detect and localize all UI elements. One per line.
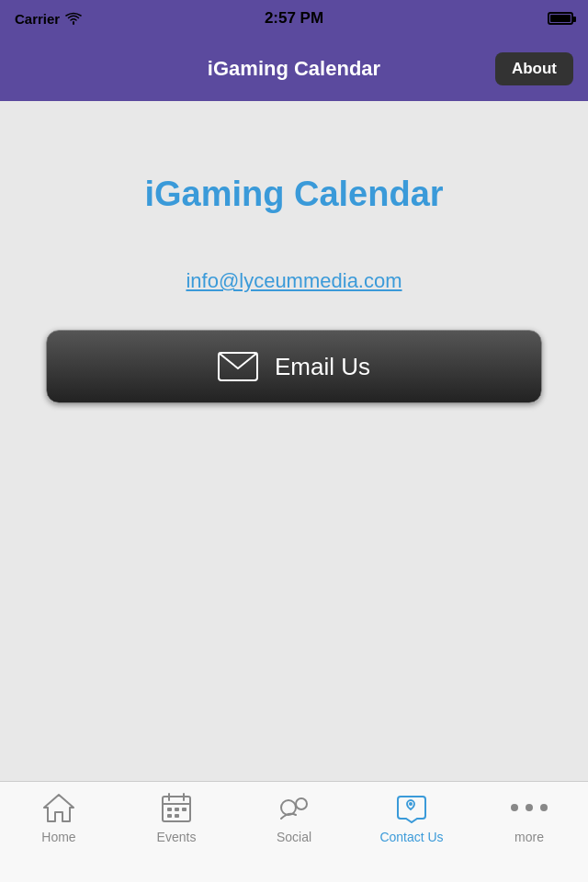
status-carrier: Carrier [15, 11, 82, 27]
nav-title: iGaming Calendar [208, 57, 380, 81]
email-link[interactable]: info@lyceummedia.com [186, 269, 401, 293]
tab-more-label: more [514, 830, 544, 844]
svg-point-12 [296, 798, 307, 809]
tab-social[interactable]: Social [235, 791, 353, 844]
svg-rect-6 [167, 808, 172, 811]
mail-icon [218, 352, 258, 381]
status-bar: Carrier 2:57 PM [0, 0, 588, 37]
about-button[interactable]: About [495, 52, 573, 85]
tab-home[interactable]: Home [0, 791, 118, 844]
tab-events[interactable]: Events [118, 791, 235, 844]
wifi-icon [65, 12, 82, 25]
svg-rect-7 [175, 808, 179, 811]
tab-social-label: Social [277, 830, 311, 844]
svg-point-13 [409, 802, 413, 806]
battery-icon [548, 12, 573, 25]
status-battery [548, 12, 573, 25]
tab-contact-label: Contact Us [379, 830, 443, 844]
tab-events-label: Events [157, 830, 197, 844]
svg-point-11 [281, 800, 296, 815]
svg-rect-10 [175, 814, 179, 818]
status-time: 2:57 PM [265, 9, 323, 28]
app-title: iGaming Calendar [144, 175, 443, 214]
tab-bar: Home Events Social Cont [0, 781, 588, 882]
tab-home-label: Home [41, 830, 75, 844]
home-icon [42, 791, 75, 824]
more-dots-icon [511, 791, 548, 824]
main-content: iGaming Calendar info@lyceummedia.com Em… [0, 101, 588, 836]
email-button-label: Email Us [275, 353, 370, 381]
nav-bar: iGaming Calendar About [0, 37, 588, 101]
social-icon [277, 791, 311, 824]
svg-marker-1 [44, 795, 74, 821]
email-button[interactable]: Email Us [46, 330, 542, 403]
events-icon [160, 791, 193, 824]
contact-icon [395, 791, 428, 824]
tab-contact[interactable]: Contact Us [353, 791, 470, 844]
svg-rect-8 [182, 808, 187, 811]
tab-more[interactable]: more [470, 791, 588, 844]
svg-rect-9 [167, 814, 172, 818]
